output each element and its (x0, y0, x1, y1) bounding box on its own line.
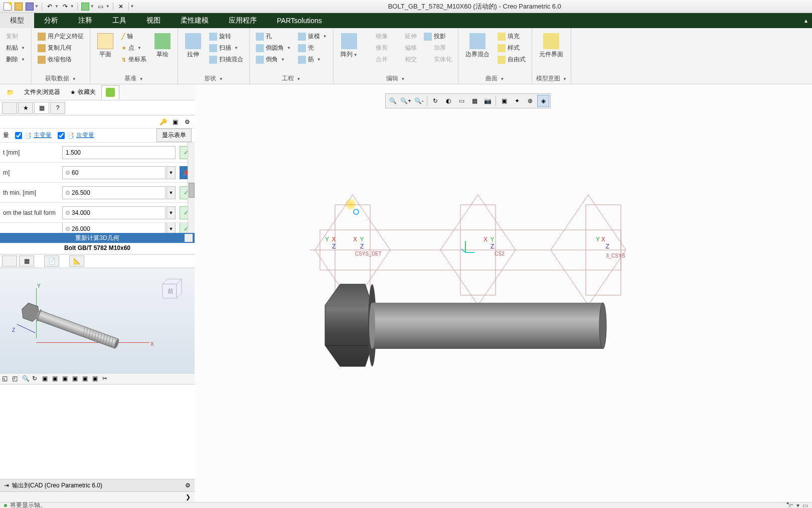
windows-dropdown[interactable]: ▼ (106, 4, 110, 9)
delete-button[interactable]: 删除▼ (4, 54, 27, 65)
revolve-button[interactable]: 旋转 (207, 31, 245, 42)
param-scrollbar[interactable] (188, 143, 195, 233)
windows-button[interactable]: ▭ (96, 2, 105, 11)
regenerate-dropdown[interactable]: ▼ (90, 4, 94, 9)
preview-tab-1[interactable] (2, 256, 17, 267)
pbtn-10[interactable]: ▣ (92, 375, 101, 383)
tab-tools[interactable]: 工具 (102, 13, 136, 28)
plane-button[interactable]: 平面 (94, 31, 116, 61)
style-button[interactable]: 样式 (496, 43, 528, 53)
view-manager-button[interactable]: ▦ (468, 95, 480, 107)
primary-var-check[interactable]: 📑主变量 (15, 131, 52, 140)
pbtn-2[interactable]: ◰ (12, 375, 21, 383)
sweptblend-button[interactable]: 扫描混合 (207, 54, 245, 65)
round-button[interactable]: 倒圆角▼ (254, 43, 293, 53)
rib-button[interactable]: 筋▼ (296, 54, 329, 65)
extrude-button[interactable]: 拉伸 (182, 31, 204, 61)
pbtn-7[interactable]: ▣ (62, 375, 71, 383)
undo-dropdown[interactable]: ▼ (55, 4, 59, 9)
csys-button[interactable]: ↯坐标系 (119, 54, 148, 65)
sweep-button[interactable]: 扫描▼ (207, 43, 245, 53)
copygeom-button[interactable]: 复制几何 (36, 43, 86, 53)
param-value-2[interactable]: 26.500 (62, 186, 166, 199)
udf-button[interactable]: 用户定义特征 (36, 31, 86, 42)
find-icon[interactable]: 🔭 (786, 502, 793, 509)
perspective-button[interactable]: ◈ (537, 95, 549, 107)
display-style-button[interactable]: ◐ (442, 95, 454, 107)
param-dd-3[interactable]: ▼ (167, 206, 176, 219)
pbtn-3[interactable]: 🔍 (22, 375, 31, 383)
export-settings-icon[interactable]: ⚙ (185, 482, 191, 489)
compui-button[interactable]: 元件界面 (536, 31, 566, 61)
param-value-3[interactable]: 34.000 (62, 206, 166, 219)
show-form-button[interactable]: 显示表单 (156, 129, 192, 142)
recalc-icon[interactable] (185, 234, 193, 242)
gear-icon[interactable]: ⚙ (183, 117, 192, 126)
export-bar[interactable]: ⇥ 输出到CAD (Creo Parametric 6.0) ⚙ (0, 479, 195, 492)
expand-bar[interactable]: ❯ (0, 492, 195, 502)
hole-button[interactable]: 孔 (254, 31, 293, 42)
tab-annotate[interactable]: 注释 (68, 13, 102, 28)
pbtn-9[interactable]: ▣ (82, 375, 91, 383)
pbtn-8[interactable]: ▣ (72, 375, 81, 383)
datum-display-button[interactable]: ✦ (511, 95, 523, 107)
save-button[interactable] (25, 2, 34, 11)
annotation-display-button[interactable]: ▣ (498, 95, 510, 107)
preview-3d[interactable]: Y Z X (0, 268, 195, 373)
zoom-fit-button[interactable]: 🔍 (387, 95, 399, 107)
spin-center-button[interactable]: ⊕ (524, 95, 536, 107)
snapshot-button[interactable]: 📷 (481, 95, 494, 107)
pbtn-4[interactable]: ↻ (32, 375, 41, 383)
project-button[interactable]: 投影 (422, 31, 454, 42)
freestyle-button[interactable]: 自由式 (496, 54, 528, 65)
cube-icon[interactable]: ▣ (171, 117, 180, 126)
nav-tab-ps[interactable] (101, 85, 119, 99)
tab-flex[interactable]: 柔性建模 (171, 13, 219, 28)
pbtn-5[interactable]: ▣ (42, 375, 51, 383)
param-dd-1[interactable]: ▼ (167, 166, 176, 179)
nav-tab-folder[interactable]: 文件夹浏览器 (20, 85, 65, 99)
redo-button[interactable]: ↷ (61, 2, 70, 11)
pbtn-1[interactable]: ◱ (2, 375, 11, 383)
regenerate-button[interactable] (81, 2, 90, 11)
close-window-button[interactable]: ✕ (116, 2, 125, 11)
key-icon[interactable]: 🔑 (158, 117, 168, 126)
subtab-star[interactable]: ★ (18, 102, 33, 114)
secondary-var-check[interactable]: 📑次变量 (58, 131, 94, 140)
filter-icon[interactable]: ▾ (796, 502, 799, 509)
saved-views-button[interactable]: ▭ (455, 95, 467, 107)
paste-button[interactable]: 粘贴▼ (4, 43, 27, 53)
param-dd-2[interactable]: ▼ (167, 186, 176, 199)
param-value-1[interactable]: 60 (62, 166, 166, 179)
point-button[interactable]: ✶点▼ (119, 43, 148, 53)
sketch-button[interactable]: 草绘 (151, 31, 174, 61)
nav-tab-fav[interactable]: ★收藏夹 (66, 85, 100, 99)
zoom-in-button[interactable]: 🔍+ (400, 95, 412, 107)
shell-button[interactable]: 壳 (296, 43, 329, 53)
subtab-help[interactable]: ? (50, 102, 65, 114)
open-button[interactable] (14, 2, 23, 11)
pbtn-6[interactable]: ▣ (52, 375, 61, 383)
graphics-area[interactable]: 🔍 🔍+ 🔍- ↻ ◐ ▭ ▦ 📷 ▣ ✦ ⊕ ◈ (195, 84, 812, 502)
draft-button[interactable]: 拔模▼ (296, 31, 329, 42)
nav-tab-tree[interactable]: 📁 (2, 86, 19, 98)
shrinkwrap-button[interactable]: 收缩包络 (36, 54, 86, 65)
zoom-out-button[interactable]: 🔍- (413, 95, 425, 107)
param-value-4[interactable]: 26.000 (62, 223, 166, 233)
tab-analysis[interactable]: 分析 (34, 13, 68, 28)
subtab-1[interactable] (2, 102, 17, 114)
select-icon[interactable]: ▭ (802, 502, 808, 509)
new-button[interactable] (3, 2, 12, 11)
nav-cube[interactable]: 前 (156, 275, 185, 303)
preview-tab-2[interactable]: ▦ (19, 256, 34, 267)
tab-apps[interactable]: 应用程序 (219, 13, 267, 28)
qat-customize[interactable]: ▼ (130, 4, 134, 9)
pbtn-11[interactable]: ✂ (102, 375, 111, 383)
boundary-button[interactable]: 边界混合 (462, 31, 493, 61)
tab-view[interactable]: 视图 (136, 13, 171, 28)
axis-button[interactable]: ╱轴 (119, 31, 148, 42)
pattern-button[interactable]: 阵列▼ (338, 31, 361, 61)
subtab-grid[interactable]: ▦ (34, 102, 49, 114)
save-dropdown[interactable]: ▼ (35, 4, 39, 9)
fill-button[interactable]: 填充 (496, 31, 528, 42)
